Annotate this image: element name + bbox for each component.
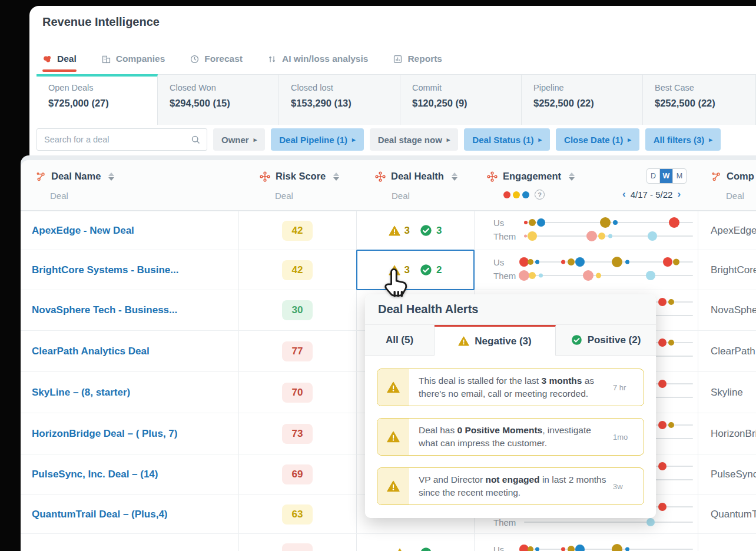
alert-time: 1mo	[613, 419, 644, 455]
column-company[interactable]: Comp	[711, 171, 754, 182]
engagement-timeline-them[interactable]	[524, 235, 693, 237]
deal-health-cell[interactable]	[356, 534, 474, 551]
warning-icon	[377, 468, 409, 504]
filter-close-date[interactable]: Close Date (1)▸	[556, 128, 639, 151]
sprocket-icon	[711, 171, 721, 182]
engagement-cell: Us	[486, 534, 698, 551]
sort-icon[interactable]	[108, 172, 114, 181]
sort-icon[interactable]	[452, 172, 457, 181]
summary-card-open-deals[interactable]: Open Deals $725,000 (27)	[37, 74, 158, 125]
warning-icon	[377, 419, 409, 455]
summary-card-best-case[interactable]: Best Case $252,500 (22)	[643, 74, 756, 125]
sprocket-icon	[35, 171, 46, 182]
column-engagement[interactable]: Engagement	[487, 171, 575, 182]
win-loss-icon	[267, 54, 277, 64]
table-row: ApexEdge - New Deal 42 3 3 Us Them ApexE…	[21, 211, 756, 250]
legend-yellow-dot	[513, 191, 520, 198]
alert-card[interactable]: Deal has 0 Positive Moments, investigate…	[377, 418, 644, 456]
summary-card-closed-lost[interactable]: Closed lost $153,290 (13)	[279, 74, 400, 125]
sort-icon[interactable]	[333, 172, 339, 181]
nav-tabs: Deal Companies Forecast AI win/loss anal…	[42, 45, 442, 73]
table-row: Us	[21, 533, 756, 551]
cross-icon	[487, 171, 498, 182]
alert-text: VP and Director not engaged in last 2 mo…	[409, 468, 613, 504]
summary-card-pipeline[interactable]: Pipeline $252,500 (22)	[522, 74, 643, 125]
column-risk-score[interactable]: Risk Score	[260, 171, 339, 182]
filter-all-filters[interactable]: All filters (3)▸	[645, 128, 721, 151]
check-icon	[571, 334, 582, 346]
period-toggle[interactable]: D W M	[646, 168, 687, 184]
column-deal-name[interactable]: Deal Name	[35, 171, 114, 182]
deal-health-cell[interactable]: 3 3	[356, 211, 474, 250]
alert-time: 3w	[613, 468, 644, 504]
tab-companies[interactable]: Companies	[101, 45, 165, 73]
company-cell: PulseSync	[711, 454, 756, 494]
tab-ai-winloss[interactable]: AI win/loss analysis	[267, 45, 368, 73]
popup-tab-all[interactable]: All (5)	[365, 325, 435, 356]
chevron-right-icon[interactable]: ›	[677, 188, 681, 200]
deal-name-link[interactable]: HorizonBridge Deal – ( Plus, 7)	[32, 413, 178, 454]
chevron-right-icon: ▸	[352, 136, 356, 144]
check-icon	[420, 224, 432, 237]
search-placeholder: Search for a deal	[44, 135, 109, 144]
column-subtitle: Deal	[275, 191, 293, 201]
legend-red-dot	[503, 191, 510, 198]
filter-deal-pipeline[interactable]: Deal Pipeline (1)▸	[271, 128, 363, 151]
risk-score-badge: 77	[282, 341, 313, 361]
tab-label: Reports	[407, 54, 442, 64]
deal-name-link[interactable]: ApexEdge - New Deal	[32, 211, 134, 250]
tab-deal[interactable]: Deal	[42, 45, 77, 73]
chevron-right-icon: ▸	[254, 136, 257, 144]
tab-forecast[interactable]: Forecast	[190, 45, 243, 73]
filter-deal-stage[interactable]: Deal stage now▸	[370, 128, 459, 151]
deal-name-link[interactable]: PulseSync, Inc. Deal – (14)	[32, 454, 158, 494]
company-cell: ApexEdge	[711, 211, 756, 250]
company-cell: NovaSphere	[711, 290, 756, 330]
deal-name-link[interactable]: SkyLine – (8, starter)	[32, 372, 130, 413]
column-deal-health[interactable]: Deal Health	[375, 171, 457, 182]
search-input[interactable]: Search for a deal	[37, 128, 207, 151]
popup-tab-positive[interactable]: Positive (2)	[556, 325, 656, 356]
summary-card-commit[interactable]: Commit $120,250 (9)	[400, 74, 522, 125]
alert-time: 7 hr	[613, 369, 644, 406]
company-cell: QuantumTrail	[711, 495, 756, 533]
engagement-timeline-us[interactable]	[524, 549, 693, 550]
date-range-nav: ‹ 4/17 - 5/22 ›	[622, 188, 681, 200]
legend-blue-dot	[522, 191, 529, 198]
chevron-right-icon: ▸	[709, 136, 712, 144]
filter-deal-status[interactable]: Deal Status (1)▸	[464, 128, 550, 151]
chevron-right-icon: ▸	[447, 136, 450, 144]
header-card: Revenue Intelligence Deal Companies Fore…	[29, 6, 756, 155]
engagement-timeline-them[interactable]	[524, 275, 693, 276]
chevron-left-icon[interactable]: ‹	[622, 188, 626, 200]
cross-icon	[375, 171, 386, 182]
engagement-timeline-us[interactable]	[524, 222, 693, 223]
help-icon[interactable]: ?	[535, 190, 545, 200]
deal-name-link[interactable]: BrightCore Systems - Busine...	[32, 250, 178, 290]
chevron-right-icon: ▸	[539, 136, 542, 144]
period-week[interactable]: W	[660, 169, 673, 183]
deal-health-alerts-popup: Deal Health Alerts All (5) Negative (3) …	[365, 294, 656, 518]
deal-name-link[interactable]: NovaSphere Tech - Business...	[32, 290, 177, 330]
tab-label: Companies	[116, 54, 165, 64]
engagement-legend: ?	[503, 190, 545, 200]
sort-icon[interactable]	[569, 172, 575, 181]
period-day[interactable]: D	[647, 169, 660, 183]
tab-label: AI win/loss analysis	[282, 54, 368, 64]
column-subtitle: Deal	[726, 191, 744, 201]
deal-name-link[interactable]: ClearPath Analytics Deal	[32, 331, 150, 371]
risk-score-badge: 73	[282, 424, 313, 444]
filter-owner[interactable]: Owner▸	[213, 128, 265, 151]
alert-card[interactable]: VP and Director not engaged in last 2 mo…	[377, 467, 644, 505]
popup-tabs: All (5) Negative (3) Positive (2)	[365, 325, 656, 356]
engagement-timeline-them[interactable]	[524, 522, 693, 523]
engagement-timeline-us[interactable]	[524, 261, 693, 263]
risk-score-badge: 42	[282, 221, 313, 241]
summary-card-closed-won[interactable]: Closed Won $294,500 (15)	[158, 74, 279, 125]
filter-bar: Search for a deal Owner▸ Deal Pipeline (…	[37, 128, 721, 151]
deal-name-link[interactable]: QuantumTrail Deal – (Plus,4)	[32, 495, 168, 533]
alert-card[interactable]: This deal is stalled for the last 3 mont…	[377, 369, 644, 406]
tab-reports[interactable]: Reports	[393, 45, 442, 73]
period-month[interactable]: M	[673, 169, 686, 183]
popup-tab-negative[interactable]: Negative (3)	[435, 325, 556, 356]
